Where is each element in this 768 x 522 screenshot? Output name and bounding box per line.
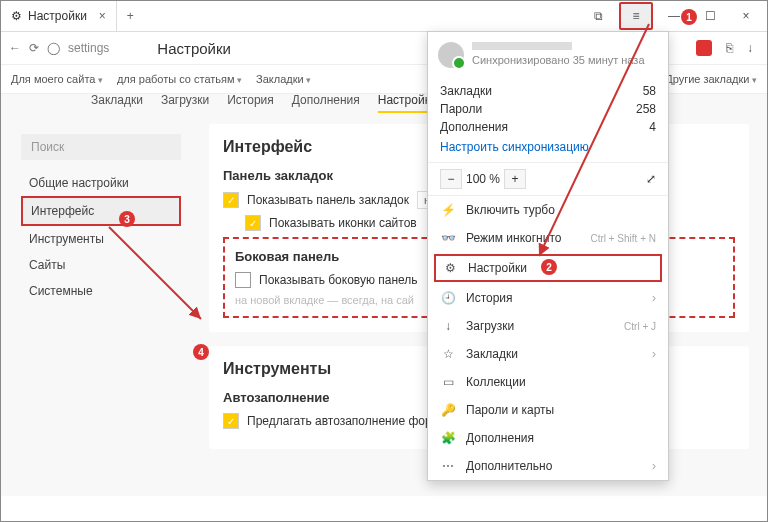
zoom-in-button[interactable]: + [504, 169, 526, 189]
key-icon: 🔑 [440, 403, 456, 417]
browser-tab[interactable]: ⚙ Настройки × [1, 1, 117, 31]
stat-passwords-label: Пароли [440, 102, 482, 116]
titlebar: ⚙ Настройки × + ⧉ ≡ — ☐ × [1, 1, 767, 32]
stat-passwords-value: 258 [636, 102, 656, 116]
zoom-out-button[interactable]: − [440, 169, 462, 189]
checkbox-show-bookmarks-panel[interactable]: ✓ [223, 192, 239, 208]
back-button[interactable]: ← [9, 41, 21, 55]
sidebar-toggle-icon[interactable]: ⎘ [726, 41, 733, 55]
profile-name-placeholder [472, 42, 572, 50]
other-bookmarks[interactable]: Другие закладки [665, 73, 757, 85]
tab-history[interactable]: История [227, 93, 274, 113]
tab-downloads[interactable]: Загрузки [161, 93, 209, 113]
chevron-right-icon: › [652, 459, 656, 473]
maximize-button[interactable]: ☐ [695, 4, 725, 28]
close-icon[interactable]: × [99, 9, 106, 23]
sync-settings-link[interactable]: Настроить синхронизацию [440, 140, 656, 154]
bookmark-folder[interactable]: Закладки [256, 73, 311, 85]
sync-status: Синхронизировано 35 минут наза [472, 54, 645, 66]
menu-item-turbo[interactable]: ⚡Включить турбо [428, 196, 668, 224]
menu-item-addons[interactable]: 🧩Дополнения [428, 424, 668, 452]
reload-button[interactable]: ⟳ [29, 41, 39, 55]
label-show-side-panel: Показывать боковую панель [259, 273, 418, 287]
annotation-badge-4: 4 [193, 344, 209, 360]
fullscreen-icon[interactable]: ⤢ [646, 172, 656, 186]
download-icon: ↓ [440, 319, 456, 333]
sidebar-item-sites[interactable]: Сайты [21, 252, 181, 278]
search-input[interactable]: Поиск [21, 134, 181, 160]
gear-icon: ⚙ [11, 9, 22, 23]
site-icon: ◯ [47, 41, 60, 55]
puzzle-icon: 🧩 [440, 431, 456, 445]
tab-title: Настройки [28, 9, 87, 23]
menu-item-bookmarks[interactable]: ☆Закладки› [428, 340, 668, 368]
menu-item-incognito[interactable]: 👓Режим инкогнитоCtrl + Shift + N [428, 224, 668, 252]
annotation-badge-1: 1 [681, 9, 697, 25]
settings-sidebar: Поиск Общие настройки Интерфейс Инструме… [1, 94, 191, 496]
new-tab-button[interactable]: + [117, 9, 144, 23]
label-show-site-icons: Показывать иконки сайтов [269, 216, 417, 230]
sidebar-item-general[interactable]: Общие настройки [21, 170, 181, 196]
clock-icon: 🕘 [440, 291, 456, 305]
checkbox-show-site-icons[interactable]: ✓ [245, 215, 261, 231]
menu-item-collections[interactable]: ▭Коллекции [428, 368, 668, 396]
sidebar-item-interface[interactable]: Интерфейс [21, 196, 181, 226]
menu-item-passwords[interactable]: 🔑Пароли и карты [428, 396, 668, 424]
checkbox-show-side-panel[interactable]: ✓ [235, 272, 251, 288]
menu-item-history[interactable]: 🕘История› [428, 284, 668, 312]
incognito-icon: 👓 [440, 231, 456, 245]
menu-item-downloads[interactable]: ↓ЗагрузкиCtrl + J [428, 312, 668, 340]
collections-icon: ▭ [440, 375, 456, 389]
zoom-value: 100 % [466, 172, 500, 186]
stat-addons-label: Дополнения [440, 120, 508, 134]
bookmark-folder[interactable]: для работы со статьям [117, 73, 242, 85]
annotation-badge-2: 2 [541, 259, 557, 275]
chevron-right-icon: › [652, 347, 656, 361]
label-show-bookmarks-panel: Показывать панель закладок [247, 193, 409, 207]
copy-icon[interactable]: ⧉ [583, 4, 613, 28]
menu-item-more[interactable]: ⋯Дополнительно› [428, 452, 668, 480]
stat-bookmarks-value: 58 [643, 84, 656, 98]
page-title: Настройки [157, 40, 231, 57]
settings-nav-tabs: Закладки Загрузки История Дополнения Нас… [91, 93, 437, 113]
hamburger-menu-button[interactable]: ≡ [619, 2, 653, 30]
checkbox-autofill[interactable]: ✓ [223, 413, 239, 429]
stat-addons-value: 4 [649, 120, 656, 134]
tab-addons[interactable]: Дополнения [292, 93, 360, 113]
sidebar-item-tools[interactable]: Инструменты [21, 226, 181, 252]
bookmark-folder[interactable]: Для моего сайта [11, 73, 103, 85]
tab-bookmarks[interactable]: Закладки [91, 93, 143, 113]
more-icon: ⋯ [440, 459, 456, 473]
bolt-icon: ⚡ [440, 203, 456, 217]
label-autofill: Предлагать автозаполнение форм [247, 414, 440, 428]
sidebar-item-system[interactable]: Системные [21, 278, 181, 304]
extension-icon[interactable] [696, 40, 712, 56]
gear-icon: ⚙ [442, 261, 458, 275]
window-close-button[interactable]: × [731, 4, 761, 28]
star-icon: ☆ [440, 347, 456, 361]
chevron-right-icon: › [652, 291, 656, 305]
main-menu-dropdown: Синхронизировано 35 минут наза Закладки5… [427, 31, 669, 481]
annotation-badge-3: 3 [119, 211, 135, 227]
downloads-icon[interactable]: ↓ [747, 41, 753, 55]
avatar[interactable] [438, 42, 464, 68]
stat-bookmarks-label: Закладки [440, 84, 492, 98]
zoom-controls: − 100 % + ⤢ [428, 162, 668, 196]
url-text[interactable]: settings [68, 41, 109, 55]
